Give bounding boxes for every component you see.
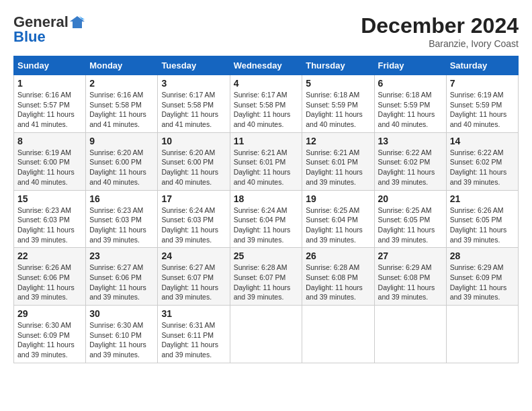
day-info: Sunrise: 6:24 AM Sunset: 6:03 PM Dayligh… [161, 205, 226, 245]
day-info: Sunrise: 6:27 AM Sunset: 6:06 PM Dayligh… [89, 263, 154, 302]
calendar-header-saturday: Saturday [446, 56, 518, 75]
day-info: Sunrise: 6:25 AM Sunset: 6:04 PM Dayligh… [306, 205, 370, 245]
calendar-header-wednesday: Wednesday [230, 56, 302, 75]
day-number: 16 [89, 193, 154, 204]
calendar-header-sunday: Sunday [14, 56, 86, 75]
calendar-header-friday: Friday [374, 56, 446, 75]
calendar-cell: 5 Sunrise: 6:18 AM Sunset: 5:59 PM Dayli… [302, 75, 374, 133]
calendar-cell: 2 Sunrise: 6:16 AM Sunset: 5:58 PM Dayli… [86, 75, 158, 133]
calendar-cell: 3 Sunrise: 6:17 AM Sunset: 5:58 PM Dayli… [158, 75, 230, 133]
day-info: Sunrise: 6:19 AM Sunset: 6:00 PM Dayligh… [17, 148, 82, 187]
calendar-week-2: 8 Sunrise: 6:19 AM Sunset: 6:00 PM Dayli… [14, 132, 519, 190]
calendar-cell: 1 Sunrise: 6:16 AM Sunset: 5:57 PM Dayli… [14, 75, 86, 133]
calendar-cell [446, 306, 518, 363]
calendar-table: SundayMondayTuesdayWednesdayThursdayFrid… [13, 56, 519, 363]
calendar-cell [230, 306, 302, 363]
calendar-cell [302, 306, 374, 363]
calendar-week-1: 1 Sunrise: 6:16 AM Sunset: 5:57 PM Dayli… [14, 75, 519, 133]
logo: General Blue [13, 13, 85, 46]
day-number: 24 [161, 250, 226, 261]
calendar-cell: 14 Sunrise: 6:22 AM Sunset: 6:02 PM Dayl… [446, 132, 518, 190]
calendar-cell: 20 Sunrise: 6:25 AM Sunset: 6:05 PM Dayl… [374, 190, 446, 248]
day-number: 17 [161, 193, 226, 204]
calendar-cell: 6 Sunrise: 6:18 AM Sunset: 5:59 PM Dayli… [374, 75, 446, 133]
day-info: Sunrise: 6:20 AM Sunset: 6:00 PM Dayligh… [89, 148, 154, 187]
calendar-cell: 18 Sunrise: 6:24 AM Sunset: 6:04 PM Dayl… [230, 190, 302, 248]
calendar-cell: 17 Sunrise: 6:24 AM Sunset: 6:03 PM Dayl… [158, 190, 230, 248]
day-number: 1 [17, 78, 82, 89]
location-text: Baranzie, Ivory Coast [361, 38, 519, 49]
day-number: 29 [17, 308, 82, 319]
calendar-cell: 13 Sunrise: 6:22 AM Sunset: 6:02 PM Dayl… [374, 132, 446, 190]
svg-marker-0 [70, 16, 85, 28]
day-number: 26 [306, 250, 370, 261]
calendar-cell: 7 Sunrise: 6:19 AM Sunset: 5:59 PM Dayli… [446, 75, 518, 133]
calendar-cell: 9 Sunrise: 6:20 AM Sunset: 6:00 PM Dayli… [86, 132, 158, 190]
day-number: 2 [89, 78, 154, 89]
day-info: Sunrise: 6:21 AM Sunset: 6:01 PM Dayligh… [306, 148, 370, 187]
calendar-cell: 11 Sunrise: 6:21 AM Sunset: 6:01 PM Dayl… [230, 132, 302, 190]
day-number: 27 [378, 250, 443, 261]
day-info: Sunrise: 6:29 AM Sunset: 6:09 PM Dayligh… [450, 263, 515, 302]
day-info: Sunrise: 6:16 AM Sunset: 5:58 PM Dayligh… [89, 90, 154, 130]
day-info: Sunrise: 6:26 AM Sunset: 6:05 PM Dayligh… [450, 205, 515, 245]
day-number: 11 [234, 136, 299, 146]
day-info: Sunrise: 6:22 AM Sunset: 6:02 PM Dayligh… [450, 148, 515, 187]
calendar-cell: 24 Sunrise: 6:27 AM Sunset: 6:07 PM Dayl… [158, 248, 230, 306]
day-info: Sunrise: 6:30 AM Sunset: 6:10 PM Dayligh… [89, 320, 154, 360]
day-number: 22 [17, 250, 82, 261]
day-number: 4 [234, 78, 299, 89]
calendar-cell: 12 Sunrise: 6:21 AM Sunset: 6:01 PM Dayl… [302, 132, 374, 190]
day-number: 9 [89, 136, 154, 146]
day-info: Sunrise: 6:26 AM Sunset: 6:06 PM Dayligh… [17, 263, 82, 302]
calendar-cell: 30 Sunrise: 6:30 AM Sunset: 6:10 PM Dayl… [86, 306, 158, 363]
calendar-cell: 25 Sunrise: 6:28 AM Sunset: 6:07 PM Dayl… [230, 248, 302, 306]
page-header: General Blue December 2024 Baranzie, Ivo… [13, 13, 519, 49]
day-number: 6 [378, 78, 443, 89]
day-info: Sunrise: 6:27 AM Sunset: 6:07 PM Dayligh… [161, 263, 226, 302]
day-info: Sunrise: 6:25 AM Sunset: 6:05 PM Dayligh… [378, 205, 443, 245]
day-number: 13 [378, 136, 443, 146]
day-number: 20 [378, 193, 443, 204]
day-info: Sunrise: 6:28 AM Sunset: 6:07 PM Dayligh… [234, 263, 299, 302]
day-number: 15 [17, 193, 82, 204]
calendar-cell: 4 Sunrise: 6:17 AM Sunset: 5:58 PM Dayli… [230, 75, 302, 133]
day-info: Sunrise: 6:24 AM Sunset: 6:04 PM Dayligh… [234, 205, 299, 245]
day-number: 21 [450, 193, 515, 204]
day-number: 3 [161, 78, 226, 89]
day-number: 8 [17, 136, 82, 146]
day-info: Sunrise: 6:29 AM Sunset: 6:08 PM Dayligh… [378, 263, 443, 302]
calendar-cell: 23 Sunrise: 6:27 AM Sunset: 6:06 PM Dayl… [86, 248, 158, 306]
month-title: December 2024 [361, 13, 519, 38]
calendar-cell [374, 306, 446, 363]
day-number: 10 [161, 136, 226, 146]
calendar-cell: 19 Sunrise: 6:25 AM Sunset: 6:04 PM Dayl… [302, 190, 374, 248]
calendar-cell: 28 Sunrise: 6:29 AM Sunset: 6:09 PM Dayl… [446, 248, 518, 306]
day-number: 14 [450, 136, 515, 146]
calendar-header-thursday: Thursday [302, 56, 374, 75]
day-info: Sunrise: 6:22 AM Sunset: 6:02 PM Dayligh… [378, 148, 443, 187]
calendar-header-row: SundayMondayTuesdayWednesdayThursdayFrid… [14, 56, 519, 75]
day-info: Sunrise: 6:16 AM Sunset: 5:57 PM Dayligh… [17, 90, 82, 130]
day-info: Sunrise: 6:18 AM Sunset: 5:59 PM Dayligh… [306, 90, 370, 130]
calendar-cell: 31 Sunrise: 6:31 AM Sunset: 6:11 PM Dayl… [158, 306, 230, 363]
calendar-header-monday: Monday [86, 56, 158, 75]
day-info: Sunrise: 6:21 AM Sunset: 6:01 PM Dayligh… [234, 148, 299, 187]
day-number: 12 [306, 136, 370, 146]
day-number: 23 [89, 250, 154, 261]
day-info: Sunrise: 6:17 AM Sunset: 5:58 PM Dayligh… [161, 90, 226, 130]
day-number: 5 [306, 78, 370, 89]
calendar-week-5: 29 Sunrise: 6:30 AM Sunset: 6:09 PM Dayl… [14, 306, 519, 363]
day-info: Sunrise: 6:23 AM Sunset: 6:03 PM Dayligh… [17, 205, 82, 245]
day-number: 30 [89, 308, 154, 319]
logo-blue-text: Blue [13, 28, 46, 46]
day-number: 31 [161, 308, 226, 319]
calendar-cell: 10 Sunrise: 6:20 AM Sunset: 6:00 PM Dayl… [158, 132, 230, 190]
day-number: 18 [234, 193, 299, 204]
calendar-cell: 27 Sunrise: 6:29 AM Sunset: 6:08 PM Dayl… [374, 248, 446, 306]
calendar-cell: 29 Sunrise: 6:30 AM Sunset: 6:09 PM Dayl… [14, 306, 86, 363]
calendar-header-tuesday: Tuesday [158, 56, 230, 75]
day-number: 19 [306, 193, 370, 204]
day-info: Sunrise: 6:31 AM Sunset: 6:11 PM Dayligh… [161, 320, 226, 360]
day-info: Sunrise: 6:17 AM Sunset: 5:58 PM Dayligh… [234, 90, 299, 130]
